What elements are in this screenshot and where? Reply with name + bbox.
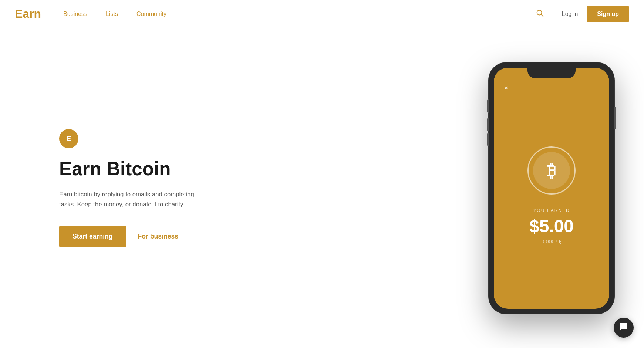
for-business-link[interactable]: For business — [138, 233, 179, 240]
earned-amount: $5.00 — [529, 216, 574, 236]
bitcoin-circle: ₿ — [527, 146, 576, 195]
signup-button[interactable]: Sign up — [587, 6, 629, 22]
nav-link-business[interactable]: Business — [63, 11, 87, 17]
svg-line-1 — [541, 14, 543, 16]
close-icon: × — [504, 84, 508, 92]
navbar: Earn Business Lists Community Log in Sig… — [0, 0, 644, 28]
hero-icon: E — [59, 129, 78, 148]
phone-body: ₿ YOU EARNED $5.00 0.0007 ₿ — [494, 68, 609, 309]
start-earning-button[interactable]: Start earning — [59, 226, 126, 247]
chat-bubble[interactable] — [614, 318, 634, 338]
phone-outer: × ₿ YOU EARNED $5.00 0.0007 ₿ — [489, 62, 614, 314]
bitcoin-inner: ₿ — [533, 152, 570, 189]
hero-description: Earn bitcoin by replying to emails and c… — [59, 190, 200, 210]
phone-screen: × ₿ YOU EARNED $5.00 0.0007 ₿ — [494, 68, 609, 309]
you-earned-label: YOU EARNED — [533, 208, 570, 213]
phone-mockup: × ₿ YOU EARNED $5.00 0.0007 ₿ — [489, 62, 614, 314]
nav-link-lists[interactable]: Lists — [106, 11, 118, 17]
phone-notch — [527, 68, 576, 78]
nav-right: Log in Sign up — [536, 6, 629, 22]
hero-title: Earn Bitcoin — [59, 159, 244, 179]
nav-links: Business Lists Community — [63, 11, 166, 17]
bitcoin-symbol: ₿ — [547, 161, 556, 180]
nav-link-community[interactable]: Community — [136, 11, 166, 17]
chat-icon — [619, 322, 628, 333]
hero-actions: Start earning For business — [59, 226, 244, 247]
search-icon[interactable] — [536, 9, 544, 19]
login-link[interactable]: Log in — [562, 11, 578, 17]
earned-btc: 0.0007 ₿ — [541, 239, 562, 244]
hero-section: E Earn Bitcoin Earn bitcoin by replying … — [0, 28, 644, 348]
logo[interactable]: Earn — [15, 7, 41, 21]
nav-divider — [553, 7, 553, 21]
hero-content: E Earn Bitcoin Earn bitcoin by replying … — [59, 129, 244, 247]
